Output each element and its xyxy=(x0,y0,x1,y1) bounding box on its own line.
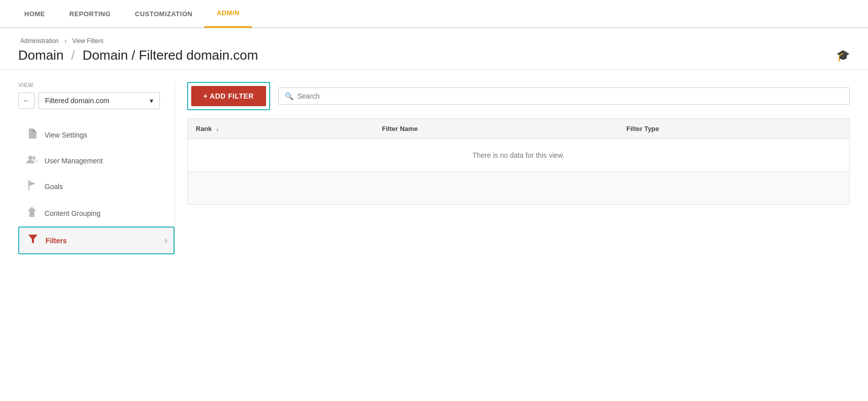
svg-point-0 xyxy=(28,156,32,160)
table-col-filter-name: Filter Name xyxy=(374,119,618,139)
sidebar-item-content-grouping[interactable]: Content Grouping xyxy=(18,200,175,227)
svg-marker-3 xyxy=(27,207,36,217)
breadcrumb-current: View Filters xyxy=(72,37,104,44)
sidebar: VIEW ← Filtered domain.com ▾ View Settin… xyxy=(18,82,175,254)
view-selector-value: Filtered domain.com xyxy=(45,97,109,105)
view-label: VIEW xyxy=(18,82,175,88)
table-filler-row xyxy=(188,172,850,205)
table-col-rank[interactable]: Rank ↓ xyxy=(188,119,374,139)
svg-rect-2 xyxy=(28,180,29,190)
page-title-sub: Domain / Filtered domain.com xyxy=(82,48,258,63)
main-content: VIEW ← Filtered domain.com ▾ View Settin… xyxy=(0,70,868,266)
graduation-cap-icon: 🎓 xyxy=(836,49,850,62)
table-empty-row: There is no data for this view. xyxy=(188,139,850,172)
page-title-main: Domain xyxy=(18,48,64,63)
breadcrumb: Administration › View Filters xyxy=(18,37,850,44)
nav-reporting[interactable]: REPORTING xyxy=(57,0,123,28)
back-button[interactable]: ← xyxy=(18,93,34,109)
file-icon xyxy=(26,128,37,141)
dropdown-arrow-icon: ▾ xyxy=(150,97,153,105)
search-input[interactable] xyxy=(297,92,843,100)
table-empty-message: There is no data for this view. xyxy=(188,139,850,172)
page-header: Administration › View Filters Domain / D… xyxy=(0,28,868,70)
sidebar-navigation: View Settings User Management xyxy=(18,121,175,254)
top-navigation: HOME REPORTING CUSTOMIZATION ADMIN xyxy=(0,0,868,28)
view-selector-row: ← Filtered domain.com ▾ xyxy=(18,92,175,109)
breadcrumb-root[interactable]: Administration xyxy=(20,37,59,44)
view-dropdown[interactable]: Filtered domain.com ▾ xyxy=(38,92,160,109)
svg-point-1 xyxy=(32,156,36,160)
flag-icon xyxy=(26,180,37,193)
table-filler-cell xyxy=(188,172,850,205)
sidebar-item-filters-label: Filters xyxy=(46,237,67,245)
add-filter-button[interactable]: + ADD FILTER xyxy=(191,86,266,106)
add-filter-button-wrapper: + ADD FILTER xyxy=(187,82,270,110)
sidebar-item-user-management-label: User Management xyxy=(45,157,103,165)
table-col-filter-type: Filter Type xyxy=(618,119,849,139)
page-title: Domain / Domain / Filtered domain.com xyxy=(18,48,258,63)
filter-icon xyxy=(27,235,38,246)
sidebar-item-goals-label: Goals xyxy=(45,183,63,191)
sidebar-item-content-grouping-label: Content Grouping xyxy=(45,209,101,217)
page-title-separator: / xyxy=(71,48,75,63)
sidebar-item-view-settings[interactable]: View Settings xyxy=(18,121,175,148)
search-icon: 🔍 xyxy=(285,92,293,100)
right-panel: + ADD FILTER 🔍 Rank ↓ Filter Name Filter… xyxy=(175,82,850,254)
content-grouping-icon xyxy=(26,207,37,219)
sidebar-item-user-management[interactable]: User Management xyxy=(18,148,175,173)
svg-marker-4 xyxy=(28,235,37,244)
search-box: 🔍 xyxy=(278,87,850,105)
filters-table: Rank ↓ Filter Name Filter Type There is … xyxy=(187,118,850,205)
sidebar-item-view-settings-label: View Settings xyxy=(45,131,88,139)
users-icon xyxy=(26,155,37,166)
sort-icon[interactable]: ↓ xyxy=(215,125,219,132)
nav-admin[interactable]: ADMIN xyxy=(204,0,251,28)
sidebar-item-goals[interactable]: Goals xyxy=(18,173,175,200)
sidebar-item-filters[interactable]: Filters xyxy=(18,227,175,254)
table-header-row: Rank ↓ Filter Name Filter Type xyxy=(188,119,850,139)
breadcrumb-separator: › xyxy=(64,37,66,44)
page-title-row: Domain / Domain / Filtered domain.com 🎓 xyxy=(18,48,850,63)
nav-home[interactable]: HOME xyxy=(12,0,57,28)
nav-customization[interactable]: CUSTOMIZATION xyxy=(123,0,205,28)
right-panel-header: + ADD FILTER 🔍 xyxy=(187,82,850,110)
